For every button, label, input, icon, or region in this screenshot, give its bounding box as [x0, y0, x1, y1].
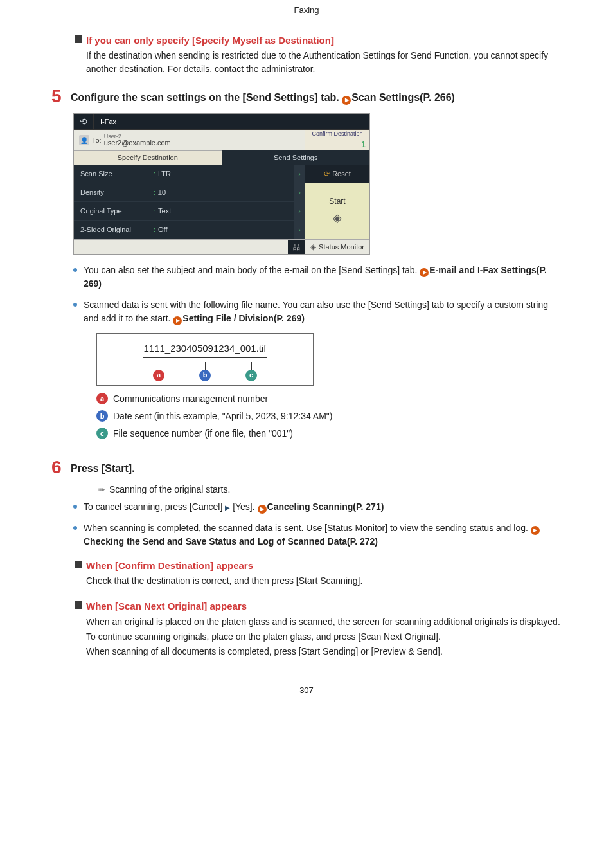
cancel-text-a: To cancel scanning, press [Cancel] — [84, 502, 225, 512]
to-email: user2@example.com — [104, 140, 171, 147]
legend-text: Date sent (in this example, "April 5, 20… — [113, 410, 332, 423]
chevron-right-icon: › — [294, 221, 305, 239]
subhead-confirm-destination: When [Confirm Destination] appears — [75, 559, 562, 574]
legend-a: a Communications management number — [96, 392, 562, 406]
cancel-text-b: [Yes]. — [233, 502, 257, 512]
row-value: Off — [158, 224, 294, 235]
reset-label: Reset — [332, 168, 351, 179]
status-monitor-label: Status Monitor — [319, 242, 364, 253]
marker-c-icon: c — [96, 428, 108, 439]
bullet-email-ifax: You can also set the subject and main bo… — [73, 264, 562, 291]
square-bullet-icon — [75, 35, 82, 43]
chevron-right-icon: › — [294, 183, 305, 201]
filename-part-b: 230405091234 — [170, 343, 235, 354]
marker-b-icon: b — [96, 410, 108, 422]
back-icon[interactable]: ⟲ — [74, 114, 94, 129]
marker-b-icon: b — [199, 370, 211, 381]
step-title: Configure the scan settings on the [Send… — [71, 90, 455, 105]
page-header: Faxing — [0, 0, 613, 21]
cancel-scanning-link[interactable]: Canceling Scanning(P. 271) — [267, 502, 384, 512]
network-icon: 品 — [288, 240, 305, 254]
tab-specify-destination[interactable]: Specify Destination — [74, 150, 222, 165]
row-label: Scan Size — [74, 168, 151, 179]
subhead-text: If the destination when sending is restr… — [86, 49, 562, 76]
next-text-3: When scanning of all documents is comple… — [86, 645, 562, 658]
subhead-specify-myself: If you can only specify [Specify Myself … — [75, 33, 562, 48]
step-number: 5 — [51, 87, 71, 105]
bullet-text: Scanned data is sent with the following … — [84, 300, 548, 323]
next-text-1: When an original is placed on the platen… — [86, 615, 562, 629]
row-value: Text — [158, 206, 294, 217]
filename-part-c: 001 — [240, 343, 256, 354]
bullet-dot-icon — [73, 268, 77, 272]
check-status-link[interactable]: Checking the Send and Save Status and Lo… — [84, 536, 378, 547]
user-icon: 👤 — [79, 135, 89, 145]
legend-c: c File sequence number (if one file, the… — [96, 427, 562, 440]
start-label: Start — [329, 195, 345, 207]
bullet-dot-icon — [73, 505, 77, 509]
subhead-title: When [Scan Next Original] appears — [86, 599, 247, 614]
row-label: Density — [74, 187, 151, 198]
start-diamond-icon: ◈ — [333, 210, 342, 227]
filename-part-a: 1111 — [143, 343, 164, 354]
tab-send-settings[interactable]: Send Settings — [222, 150, 370, 165]
to-cell[interactable]: 👤 To: User-2 user2@example.com — [74, 134, 305, 147]
setting-file-link[interactable]: Setting File / Division(P. 269) — [182, 313, 305, 323]
scanning-text: Scanning of the original starts. — [109, 483, 230, 496]
row-label: 2-Sided Original — [74, 224, 151, 235]
step-title: Press [Start]. — [71, 461, 135, 476]
row-value: LTR — [158, 168, 294, 179]
status-diamond-icon: ◈ — [310, 241, 316, 253]
bullet-filename: Scanned data is sent with the following … — [73, 298, 562, 325]
bullet-completed: When scanning is completed, the scanned … — [73, 521, 562, 548]
status-monitor-button[interactable]: ◈ Status Monitor — [305, 240, 369, 254]
row-2sided[interactable]: 2-Sided Original : Off › — [74, 221, 305, 239]
row-value: ±0 — [158, 187, 294, 198]
step-6: 6 Press [Start]. — [51, 458, 562, 476]
start-button[interactable]: Start ◈ — [305, 183, 369, 239]
chevron-right-icon: › — [294, 202, 305, 220]
to-label: To: — [92, 135, 102, 146]
step-number: 6 — [51, 458, 71, 476]
chevron-right-icon: › — [294, 165, 305, 183]
confirm-destination-button[interactable]: Confirm Destination 1 — [305, 130, 369, 150]
play-link-icon — [420, 268, 429, 277]
row-original-type[interactable]: Original Type : Text › — [74, 202, 305, 221]
legend-text: Communications management number — [113, 392, 268, 406]
row-scan-size[interactable]: Scan Size : LTR › — [74, 165, 305, 183]
filename-ext: .tif — [256, 343, 267, 354]
marker-a-icon: a — [153, 370, 164, 381]
page-number: 307 — [0, 684, 613, 697]
play-link-icon — [342, 96, 351, 105]
next-text-2: To continue scanning originals, place on… — [86, 630, 562, 644]
subhead-title: When [Confirm Destination] appears — [86, 559, 253, 574]
send-settings-screenshot: ⟲ I-Fax 👤 To: User-2 user2@example.com C… — [73, 113, 370, 255]
filename-diagram: 1111_230405091234_001.tif a b c — [96, 333, 314, 386]
square-bullet-icon — [75, 561, 82, 568]
play-link-icon — [531, 526, 540, 535]
row-density[interactable]: Density : ±0 › — [74, 183, 305, 202]
subhead-title: If you can only specify [Specify Myself … — [86, 33, 334, 48]
bullet-dot-icon — [73, 526, 77, 530]
play-link-icon — [173, 316, 182, 325]
subhead-scan-next: When [Scan Next Original] appears — [75, 599, 562, 614]
scan-settings-link[interactable]: Scan Settings(P. 266) — [351, 92, 455, 103]
legend-text: File sequence number (if one file, then … — [113, 427, 293, 440]
scanning-starts-line: Scanning of the original starts. — [98, 483, 562, 496]
step-5: 5 Configure the scan settings on the [Se… — [51, 87, 562, 105]
done-text: When scanning is completed, the scanned … — [84, 523, 531, 533]
marker-c-icon: c — [245, 370, 257, 381]
legend-b: b Date sent (in this example, "April 5, … — [96, 410, 562, 423]
row-label: Original Type — [74, 206, 151, 217]
bullet-cancel: To cancel scanning, press [Cancel] ▶ [Ye… — [73, 500, 562, 514]
confirm-label: Confirm Destination — [305, 130, 369, 139]
confirm-count: 1 — [361, 139, 369, 150]
step-title-text: Configure the scan settings on the [Send… — [71, 92, 342, 103]
reset-button[interactable]: ⟳ Reset — [305, 165, 369, 183]
marker-a-icon: a — [96, 393, 108, 404]
ifax-label: I-Fax — [94, 114, 123, 129]
arrow-icon — [98, 483, 105, 496]
bullet-dot-icon — [73, 303, 77, 307]
sequence-arrow-icon: ▶ — [225, 504, 230, 511]
confirm-text: Check that the destination is correct, a… — [86, 574, 562, 588]
